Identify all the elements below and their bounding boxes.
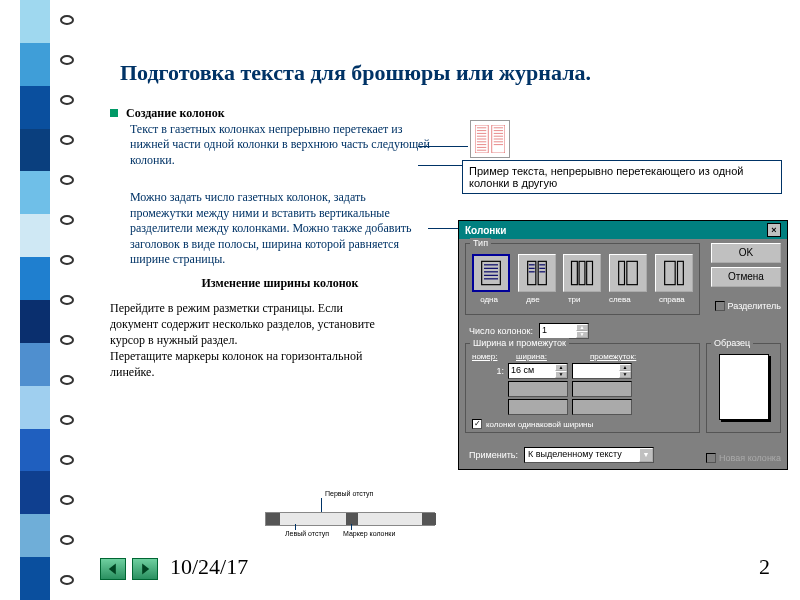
type-group-label: Тип (470, 238, 491, 248)
ok-button[interactable]: OK (711, 243, 781, 263)
divider-checkbox[interactable]: Разделитель (715, 301, 781, 311)
arrow-line (418, 146, 468, 147)
type-one-button[interactable] (472, 254, 510, 292)
num-columns-label: Число колонок: (469, 326, 533, 336)
type-two-button[interactable] (518, 254, 556, 292)
width-gap-group: Ширина и промежуток номер:ширина:промежу… (465, 343, 700, 433)
svg-rect-36 (627, 261, 638, 284)
svg-rect-38 (677, 261, 683, 284)
cancel-button[interactable]: Отмена (711, 267, 781, 287)
type-caption: одна (480, 295, 498, 304)
divider-label: Разделитель (728, 301, 781, 311)
new-column-checkbox: Новая колонка (706, 453, 781, 463)
spiral-binding (60, 0, 74, 600)
apply-value: К выделенному тексту (525, 448, 639, 462)
svg-rect-33 (580, 261, 586, 284)
paragraph-1: Текст в газетных колонках непрерывно пер… (130, 122, 430, 169)
type-left-button[interactable] (609, 254, 647, 292)
svg-rect-35 (619, 261, 625, 284)
col-header-gap: промежуток: (590, 352, 660, 361)
row-num: 1: (472, 366, 504, 376)
width-spinner[interactable]: 16 см▲▼ (508, 363, 568, 379)
arrow-line (418, 165, 462, 166)
close-icon[interactable]: × (767, 223, 781, 237)
col-header-width: ширина: (516, 352, 586, 361)
type-group: Тип одна две три слева справа (465, 243, 700, 315)
subheading: Изменение ширины колонок (130, 276, 430, 292)
type-caption: две (526, 295, 539, 304)
ruler-label-first: Первый отступ (325, 490, 373, 497)
paragraph-2: Можно задать число газетных колонок, зад… (130, 190, 430, 268)
sample-page-icon (719, 354, 769, 420)
svg-rect-32 (572, 261, 578, 284)
gap-spinner[interactable]: ▲▼ (572, 363, 632, 379)
apply-combo[interactable]: К выделенному тексту▼ (524, 447, 654, 463)
type-caption: три (568, 295, 581, 304)
ruler-figure: Первый отступ Левый отступ Маркер колонк… (265, 490, 435, 540)
spin-up-icon[interactable]: ▲ (576, 324, 588, 331)
decorative-color-strip (20, 0, 50, 600)
chevron-down-icon[interactable]: ▼ (639, 448, 653, 462)
num-columns-spinner[interactable]: 1▲▼ (539, 323, 589, 339)
svg-rect-37 (664, 261, 675, 284)
num-columns-value: 1 (540, 324, 576, 338)
footer-date: 10/24/17 (170, 554, 248, 580)
callout-box: Пример текста, непрерывно перетекающего … (462, 160, 782, 194)
bullet-icon (110, 109, 118, 117)
width-group-label: Ширина и промежуток (470, 338, 569, 348)
spin-down-icon[interactable]: ▼ (576, 331, 588, 338)
ruler-label-left: Левый отступ (285, 530, 329, 537)
type-three-button[interactable] (563, 254, 601, 292)
columns-preview-icon (470, 120, 510, 158)
slide-title: Подготовка текста для брошюры или журнал… (120, 60, 780, 86)
footer-page-number: 2 (759, 554, 770, 580)
type-caption: справа (659, 295, 685, 304)
next-slide-button[interactable] (132, 558, 158, 580)
new-column-label: Новая колонка (719, 453, 781, 463)
svg-rect-34 (587, 261, 593, 284)
dialog-title-text: Колонки (465, 225, 506, 236)
equal-width-checkbox[interactable]: ✓колонки одинаковой ширины (472, 419, 693, 429)
width-value: 16 см (509, 364, 555, 378)
equal-width-label: колонки одинаковой ширины (486, 420, 593, 429)
bullet-heading: Создание колонок (126, 106, 225, 122)
sample-group: Образец (706, 343, 781, 433)
ruler-label-marker: Маркер колонки (343, 530, 395, 537)
dialog-titlebar: Колонки × (459, 221, 787, 239)
apply-label: Применить: (469, 450, 518, 460)
type-right-button[interactable] (655, 254, 693, 292)
columns-dialog: Колонки × Тип одна две три слева спра (458, 220, 788, 470)
col-header-num: номер: (472, 352, 512, 361)
prev-slide-button[interactable] (100, 558, 126, 580)
sample-label: Образец (711, 338, 753, 348)
type-caption: слева (609, 295, 631, 304)
paragraph-3: Перейдите в режим разметки страницы. Есл… (110, 300, 390, 381)
